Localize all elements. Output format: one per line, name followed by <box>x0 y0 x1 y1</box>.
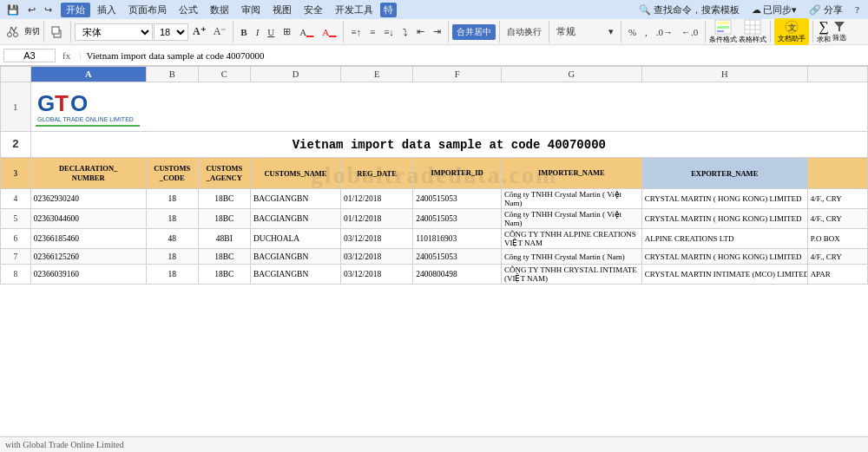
doc-helper-button[interactable]: 文 文档助手 <box>774 18 809 45</box>
cell-cc-4[interactable]: 18 <box>146 249 198 265</box>
cell-en-5[interactable]: CRYSTAL MARTIN INTIMATE (MCO) LIMITED <box>641 265 807 285</box>
cell-cn-1[interactable]: BACGIANGBN <box>250 189 340 209</box>
decimal-dec-button[interactable]: ←.0 <box>678 25 701 39</box>
menu-start[interactable]: 开始 <box>61 3 90 17</box>
cell-reference[interactable] <box>3 49 56 62</box>
cell-en-1[interactable]: CRYSTAL MARTIN ( HONG KONG) LIMITED <box>641 189 807 209</box>
cell-ex-4[interactable]: 4/F., CRY <box>807 249 867 265</box>
cell-iid-1[interactable]: 2400515053 <box>413 189 502 209</box>
col-header-i[interactable] <box>807 67 867 82</box>
font-shrink-button[interactable]: A⁻ <box>210 23 230 40</box>
cell-rd-2[interactable]: 01/12/2018 <box>340 209 412 229</box>
cell-declaration-3[interactable]: 02366185460 <box>30 229 146 249</box>
font-selector[interactable]: 宋体 <box>75 23 153 41</box>
copy-button[interactable] <box>48 24 67 40</box>
cell-in-1[interactable]: Công ty TNHH Crystal Martin ( Việt Nam) <box>501 189 641 209</box>
cell-iid-5[interactable]: 2400800498 <box>413 265 502 285</box>
cell-ex-2[interactable]: 4/F., CRY <box>807 209 867 229</box>
italic-button[interactable]: I <box>253 25 263 39</box>
cell-iid-4[interactable]: 2400515053 <box>413 249 502 265</box>
share-button[interactable]: 🔗 分享 <box>804 3 848 17</box>
cell-ca-1[interactable]: 18BC <box>198 189 250 209</box>
cell-cc-5[interactable]: 18 <box>146 265 198 285</box>
menu-special[interactable]: 特 <box>380 3 397 17</box>
cell-in-3[interactable]: CÔNG TY TNHH ALPINE CREATIONS VIỆT NAM <box>501 229 641 249</box>
menu-view[interactable]: 视图 <box>267 3 297 17</box>
cell-cn-3[interactable]: DUCHOALA <box>250 229 340 249</box>
formula-input[interactable] <box>86 50 865 61</box>
cell-in-2[interactable]: Công ty TNHH Crystal Martin ( Việt Nam) <box>501 209 641 229</box>
cell-iid-2[interactable]: 2400515053 <box>413 209 502 229</box>
font-size-selector[interactable]: 18 <box>154 23 188 41</box>
decimal-inc-button[interactable]: .0→ <box>653 25 676 39</box>
col-header-g[interactable]: G <box>501 67 641 82</box>
align-bot-button[interactable]: ≡↓ <box>380 25 398 39</box>
cell-declaration-2[interactable]: 02363044600 <box>30 209 146 229</box>
cell-rd-3[interactable]: 03/12/2018 <box>340 229 412 249</box>
border-button[interactable]: ⊞ <box>279 24 294 39</box>
fill-color-button[interactable]: A▁ <box>296 24 317 39</box>
cell-en-2[interactable]: CRYSTAL MARTIN ( HONG KONG) LIMITED <box>641 209 807 229</box>
bold-button[interactable]: B <box>237 25 250 39</box>
cell-iid-3[interactable]: 1101816903 <box>413 229 502 249</box>
cell-cc-1[interactable]: 18 <box>146 189 198 209</box>
cell-declaration-5[interactable]: 02366039160 <box>30 265 146 285</box>
undo-icon[interactable]: ↩ <box>24 3 39 17</box>
cell-ex-1[interactable]: 4/F., CRY <box>807 189 867 209</box>
merge-center-button[interactable]: 合并居中 <box>452 24 496 40</box>
col-header-c[interactable]: C <box>198 67 250 82</box>
table-format-button[interactable]: 表格样式 <box>739 19 766 44</box>
cell-en-4[interactable]: CRYSTAL MARTIN ( HONG KONG) LIMITED <box>641 249 807 265</box>
indent-inc-button[interactable]: ⇥ <box>430 24 444 39</box>
sum-button[interactable]: ∑ 求和 <box>817 19 831 44</box>
cell-ca-2[interactable]: 18BC <box>198 209 250 229</box>
underline-button[interactable]: U <box>264 25 278 39</box>
col-header-f[interactable]: F <box>413 67 502 82</box>
cell-cn-4[interactable]: BACGIANGBN <box>250 249 340 265</box>
col-header-e[interactable]: E <box>340 67 412 82</box>
search-command[interactable]: 🔍 查找命令，搜索模板 <box>634 3 745 17</box>
cell-declaration-4[interactable]: 02366125260 <box>30 249 146 265</box>
menu-review[interactable]: 审阅 <box>236 3 266 17</box>
cell-ex-3[interactable]: P.O BOX <box>807 229 867 249</box>
cell-rd-1[interactable]: 01/12/2018 <box>340 189 412 209</box>
menu-data[interactable]: 数据 <box>205 3 234 17</box>
indent-dec-button[interactable]: ⇤ <box>413 24 428 39</box>
cell-cc-2[interactable]: 18 <box>146 209 198 229</box>
cell-cn-5[interactable]: BACGIANGBN <box>250 265 340 285</box>
col-header-h[interactable]: H <box>641 67 807 82</box>
cell-rd-5[interactable]: 03/12/2018 <box>340 265 412 285</box>
cell-in-5[interactable]: CÔNG TY TNHH CRYSTAL INTIMATE (VIỆT NAM) <box>501 265 641 285</box>
cell-cc-3[interactable]: 48 <box>146 229 198 249</box>
filter-button[interactable]: 筛选 <box>832 19 846 44</box>
cell-declaration-1[interactable]: 02362930240 <box>30 189 146 209</box>
cell-ca-5[interactable]: 18BC <box>198 265 250 285</box>
auto-wrap-button[interactable]: 自动换行 <box>503 24 545 40</box>
menu-formula[interactable]: 公式 <box>174 3 203 17</box>
comma-button[interactable]: , <box>641 25 651 39</box>
percent-button[interactable]: % <box>625 25 640 39</box>
menu-page-layout[interactable]: 页面布局 <box>123 3 172 17</box>
cut-button[interactable] <box>3 24 23 40</box>
menu-developer[interactable]: 开发工具 <box>330 3 378 17</box>
cell-ex-5[interactable]: APAR <box>807 265 867 285</box>
conditional-format-button[interactable]: 条件格式 <box>709 19 737 44</box>
cell-cn-2[interactable]: BACGIANGBN <box>250 209 340 229</box>
cell-rd-4[interactable]: 03/12/2018 <box>340 249 412 265</box>
menu-insert[interactable]: 插入 <box>92 3 122 17</box>
font-grow-button[interactable]: A⁺ <box>189 23 209 40</box>
format-dropdown[interactable]: 常规▾ <box>553 23 617 40</box>
help-icon[interactable]: ? <box>850 3 865 16</box>
align-top-button[interactable]: ≡↑ <box>347 25 365 39</box>
cell-en-3[interactable]: ALPINE CREATIONS LTD <box>641 229 807 249</box>
col-header-a[interactable]: A <box>30 67 146 82</box>
redo-icon[interactable]: ↪ <box>41 3 56 17</box>
cell-in-4[interactable]: Công ty TNHH Crystal Martin ( Nam) <box>501 249 641 265</box>
font-color-button[interactable]: A▁ <box>319 24 339 39</box>
align-mid-button[interactable]: ≡ <box>366 25 378 39</box>
cell-ca-4[interactable]: 18BC <box>198 249 250 265</box>
col-header-b[interactable]: B <box>146 67 198 82</box>
cell-ca-3[interactable]: 48BI <box>198 229 250 249</box>
menu-security[interactable]: 安全 <box>299 3 328 17</box>
col-header-d[interactable]: D <box>250 67 340 82</box>
